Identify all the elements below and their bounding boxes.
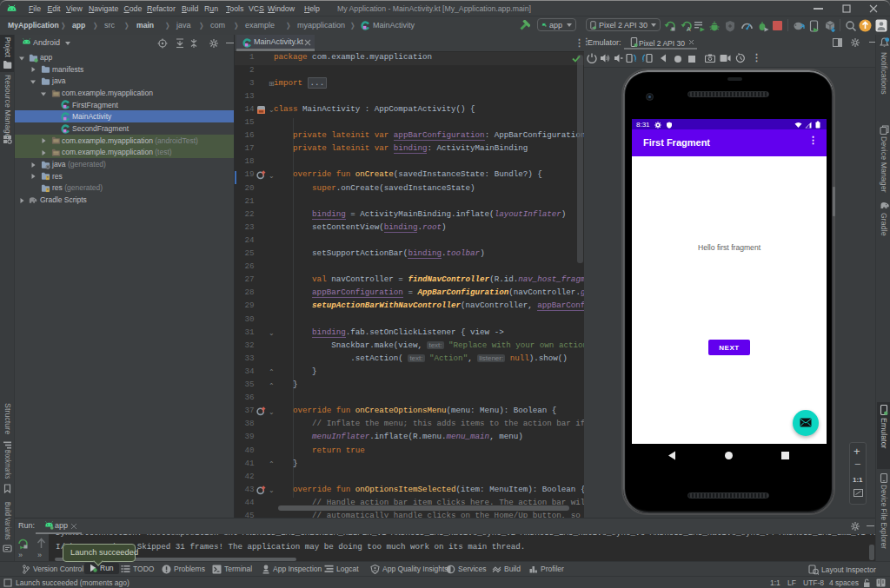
svg-text:A: A — [687, 26, 691, 32]
